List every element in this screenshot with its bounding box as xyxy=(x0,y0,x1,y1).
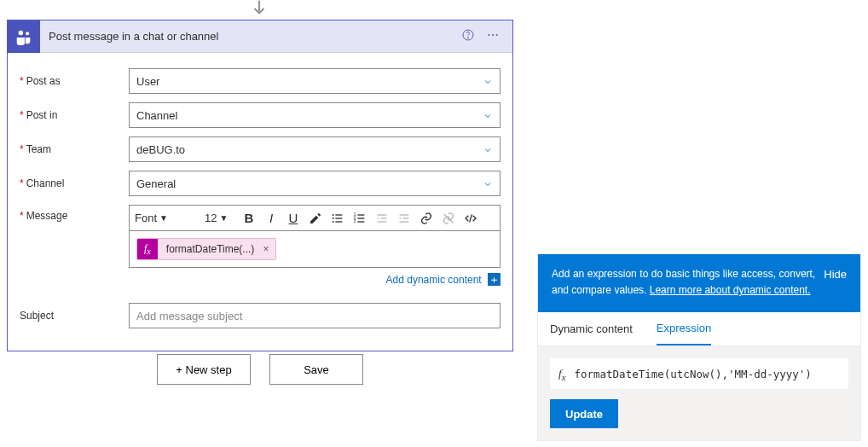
card-body: Post as User Post in Channel Team xyxy=(8,53,512,351)
hide-button[interactable]: Hide xyxy=(824,266,847,299)
pencil-icon[interactable] xyxy=(305,208,326,229)
svg-point-1 xyxy=(26,32,29,35)
label-subject: Subject xyxy=(20,310,129,322)
caret-down-icon: ▼ xyxy=(159,213,168,223)
save-button[interactable]: Save xyxy=(269,354,363,385)
svg-rect-16 xyxy=(357,218,364,218)
chevron-down-icon xyxy=(483,145,493,155)
svg-rect-14 xyxy=(357,214,364,215)
channel-value: General xyxy=(136,177,176,190)
channel-select[interactable]: General xyxy=(129,171,501,196)
font-size-select[interactable]: 12▼ xyxy=(205,212,237,224)
bold-button[interactable]: B xyxy=(239,208,259,229)
svg-point-5 xyxy=(492,33,494,35)
panel-tabs: Dynamic content Expression xyxy=(538,312,860,346)
subject-placeholder: Add message subject xyxy=(136,310,242,322)
svg-rect-18 xyxy=(357,221,364,222)
chevron-down-icon xyxy=(483,77,493,87)
svg-point-9 xyxy=(333,218,334,219)
remove-token-button[interactable]: × xyxy=(261,243,275,255)
chevron-down-icon xyxy=(483,179,493,189)
svg-point-3 xyxy=(467,37,468,38)
post-as-select[interactable]: User xyxy=(129,68,501,94)
label-team: Team xyxy=(20,143,129,155)
expression-area: fx formatDateTime(utcNow(),'MM-dd-yyyy')… xyxy=(538,346,860,440)
svg-point-11 xyxy=(333,221,334,223)
svg-point-7 xyxy=(333,214,334,216)
unlink-button xyxy=(438,208,459,229)
fx-icon: fx xyxy=(137,239,158,259)
underline-button[interactable]: U xyxy=(283,208,304,229)
new-step-button[interactable]: + New step xyxy=(157,354,251,385)
team-select[interactable]: deBUG.to xyxy=(129,136,501,162)
tab-expression[interactable]: Expression xyxy=(657,312,711,345)
svg-point-0 xyxy=(19,30,23,35)
fx-icon: fx xyxy=(558,367,565,382)
svg-rect-23 xyxy=(403,218,409,218)
post-as-value: User xyxy=(136,75,159,88)
expression-input[interactable]: fx formatDateTime(utcNow(),'MM-dd-yyyy') xyxy=(550,358,848,389)
label-post-as: Post as xyxy=(20,75,129,87)
font-family-select[interactable]: Font▼ xyxy=(135,212,203,224)
italic-button[interactable]: I xyxy=(261,208,281,229)
svg-rect-8 xyxy=(335,214,342,215)
indent-button xyxy=(394,208,414,229)
plus-icon: ＋ xyxy=(488,273,501,286)
subject-input[interactable]: Add message subject xyxy=(129,303,501,328)
svg-rect-24 xyxy=(400,221,409,222)
more-icon[interactable] xyxy=(480,28,506,45)
learn-more-link[interactable]: Learn more about dynamic content. xyxy=(650,284,811,296)
link-button[interactable] xyxy=(416,208,437,229)
help-icon[interactable] xyxy=(456,28,480,45)
svg-point-6 xyxy=(496,33,498,35)
post-in-select[interactable]: Channel xyxy=(129,102,501,128)
svg-rect-10 xyxy=(335,218,342,218)
post-in-value: Channel xyxy=(136,109,177,122)
svg-rect-19 xyxy=(378,214,387,215)
add-dynamic-content-link[interactable]: Add dynamic content xyxy=(386,274,482,286)
svg-rect-12 xyxy=(335,221,342,222)
rte-toolbar: Font▼ 12▼ B I U 123 xyxy=(129,205,501,230)
update-button[interactable]: Update xyxy=(550,399,618,428)
expression-panel: Add an expression to do basic things lik… xyxy=(537,253,861,441)
teams-icon xyxy=(8,20,40,53)
bulleted-list-button[interactable] xyxy=(327,208,348,229)
svg-rect-20 xyxy=(381,218,387,218)
outdent-button xyxy=(372,208,392,229)
label-channel: Channel xyxy=(20,177,129,189)
numbered-list-button[interactable]: 123 xyxy=(350,208,370,229)
label-post-in: Post in xyxy=(20,109,129,121)
caret-down-icon: ▼ xyxy=(219,213,228,223)
message-input[interactable]: fx formatDateTime(...) × xyxy=(129,230,501,268)
panel-tip: Add an expression to do basic things lik… xyxy=(538,254,860,312)
svg-rect-21 xyxy=(378,221,387,222)
label-message: Message xyxy=(20,205,129,222)
tab-dynamic-content[interactable]: Dynamic content xyxy=(550,312,633,345)
code-view-button[interactable] xyxy=(460,208,481,229)
action-card: Post message in a chat or channel Post a… xyxy=(7,20,513,351)
chevron-down-icon xyxy=(483,111,493,121)
card-title: Post message in a chat or channel xyxy=(49,30,456,43)
svg-rect-22 xyxy=(400,214,409,215)
action-row: + New step Save xyxy=(7,354,513,385)
team-value: deBUG.to xyxy=(136,143,185,156)
card-header[interactable]: Post message in a chat or channel xyxy=(8,20,512,53)
expression-token[interactable]: fx formatDateTime(...) × xyxy=(136,238,276,260)
add-dynamic-content[interactable]: Add dynamic content ＋ xyxy=(129,273,501,286)
expression-token-text: formatDateTime(...) xyxy=(158,243,262,255)
svg-text:3: 3 xyxy=(354,219,356,224)
expression-text: formatDateTime(utcNow(),'MM-dd-yyyy') xyxy=(574,368,811,380)
svg-point-4 xyxy=(488,33,489,35)
